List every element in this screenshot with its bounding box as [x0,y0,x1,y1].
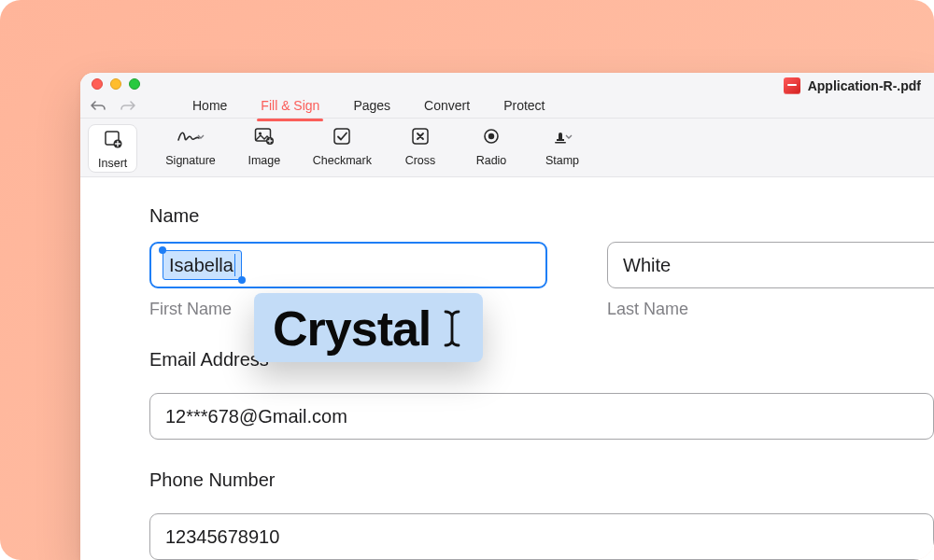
tool-stamp[interactable]: Stamp [540,126,585,171]
radio-icon [482,126,501,147]
tab-fill-sign[interactable]: Fill & Sign [261,98,319,115]
insert-icon [104,129,122,149]
tool-insert[interactable]: Insert [88,124,137,173]
first-name-value: Isabella [169,255,234,276]
tab-home[interactable]: Home [192,98,227,115]
zoom-icon[interactable] [129,78,140,90]
phone-label: Phone Number [149,469,934,491]
tab-convert[interactable]: Convert [424,98,470,115]
svg-rect-9 [555,142,566,144]
close-icon[interactable] [92,78,103,90]
window-controls [92,78,140,90]
first-name-input[interactable]: Isabella [149,242,547,288]
email-value: 12***678@Gmail.com [165,406,347,427]
image-icon [254,126,275,147]
last-name-sublabel: Last Name [607,300,934,319]
tool-image-label: Image [248,154,280,167]
pdf-icon [784,77,800,94]
cross-icon [411,126,430,147]
document-title: Application-R-.pdf [784,73,921,99]
tool-cross[interactable]: Cross [398,126,443,171]
tool-checkmark[interactable]: Checkmark [313,126,372,171]
text-selection[interactable]: Isabella [163,250,242,280]
titlebar: Application-R-.pdf [80,73,934,94]
svg-rect-5 [334,129,349,144]
typed-word: Crystal [273,301,431,357]
phone-value: 12345678910 [165,526,279,548]
document-canvas: Name Isabella First Name [80,177,934,560]
checkmark-icon [333,126,351,147]
stage-backdrop: Application-R-.pdf Home Fill & Sign Page… [0,0,934,560]
undo-redo-group [90,100,136,113]
tool-signature[interactable]: Signature [165,126,216,171]
tool-image[interactable]: Image [242,126,287,171]
selection-handle-br[interactable] [238,276,246,284]
email-input[interactable]: 12***678@Gmail.com [149,393,934,440]
tab-protect[interactable]: Protect [503,98,545,115]
name-label: Name [149,205,934,227]
svg-point-8 [488,133,494,139]
last-name-value: White [623,255,671,276]
text-cursor-icon [440,306,464,351]
tab-pages[interactable]: Pages [353,98,390,115]
ribbon-toolbar: Insert Signature Image Checkmark [80,118,934,177]
signature-icon [177,126,205,147]
text-caret [234,254,236,276]
last-name-input[interactable]: White [607,242,934,288]
document-title-text: Application-R-.pdf [808,78,921,93]
svg-point-3 [259,132,262,134]
redo-icon[interactable] [120,100,136,113]
stamp-icon [550,126,574,147]
last-name-group: White Last Name [607,242,934,319]
tool-checkmark-label: Checkmark [313,154,372,167]
minimize-icon[interactable] [110,78,121,90]
undo-icon[interactable] [90,100,106,113]
text-entry-overlay[interactable]: Crystal [254,293,483,362]
tabs: Home Fill & Sign Pages Convert Protect [192,98,545,115]
first-name-field-wrap: Isabella [149,242,547,288]
tool-radio-label: Radio [476,154,507,167]
tool-cross-label: Cross [405,154,436,167]
tool-radio[interactable]: Radio [469,126,514,171]
selection-handle-tl[interactable] [159,246,166,254]
phone-input[interactable]: 12345678910 [149,513,934,560]
tool-insert-label: Insert [98,157,127,170]
tool-signature-label: Signature [165,154,216,167]
tool-stamp-label: Stamp [545,154,579,167]
app-window: Application-R-.pdf Home Fill & Sign Page… [80,73,934,560]
